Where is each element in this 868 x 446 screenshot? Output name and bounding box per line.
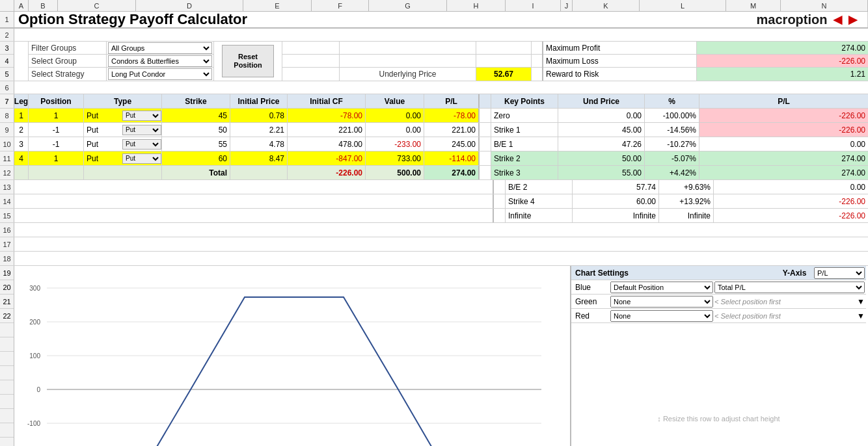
row-num-21: 21	[0, 295, 14, 309]
max-profit-value: 274.00	[697, 42, 868, 55]
green-row: Green None < Select position first ▼	[571, 295, 866, 309]
reset-position-button[interactable]: ResetPosition	[222, 45, 274, 77]
chart-settings-header: Chart Settings Y-Axis P/L	[571, 266, 866, 280]
red-row: Red None < Select position first ▼	[571, 309, 866, 323]
select-group-select-container[interactable]: Condors & Butterflies	[107, 55, 213, 68]
row-num-17: 17	[0, 237, 14, 251]
kp-infinite-pct: Infinite	[659, 209, 714, 222]
filter-groups-select[interactable]: All Groups	[108, 42, 212, 54]
row-num-3: 3	[0, 42, 14, 55]
chart-settings-title: Chart Settings	[571, 269, 775, 278]
row-17: 17	[0, 237, 868, 252]
red-option-container[interactable]: None	[610, 310, 714, 322]
filter-groups-label: Filter Groups	[29, 42, 106, 55]
leg-2-value: 0.00	[366, 123, 424, 137]
select-strategy-select-container[interactable]: Long Put Condor	[107, 68, 213, 81]
filter-groups-select-container[interactable]: All Groups	[107, 42, 213, 55]
row-num-22: 22	[0, 309, 14, 323]
resize-hint-container: ↕ Resize this row to adjust chart height	[571, 323, 866, 446]
spreadsheet: A B C D E F G H I J K L M N 1 Option Str…	[0, 0, 868, 446]
col-c: C	[58, 0, 136, 11]
leg-4-strike: 60	[162, 151, 230, 165]
reset-btn-container[interactable]: ResetPosition	[214, 42, 282, 81]
row-15: 15 Infinite Infinite Infinite -226.00	[0, 209, 868, 223]
max-profit-label: Maximum Profit	[543, 42, 696, 55]
blue-option-container[interactable]: Default Position	[610, 282, 714, 293]
kp-strike1-label: Strike 1	[491, 123, 558, 137]
leg-2-init-cf: 221.00	[288, 123, 366, 137]
col-l: L	[640, 0, 726, 11]
select-group-select[interactable]: Condors & Butterflies	[108, 55, 212, 67]
select-strategy-label: Select Strategy	[29, 68, 106, 81]
kp-zero-pct: -100.00%	[645, 109, 699, 122]
kp-strike2-pl: 274.00	[699, 151, 868, 165]
leg-row-4: 11 4 1 Put Put 60 8.47 -847.00 733.00 -1…	[0, 151, 868, 166]
blue-select[interactable]: Default Position	[610, 282, 713, 293]
row-16: 16	[0, 223, 868, 237]
leg-2-type-select[interactable]: Put	[122, 125, 161, 135]
leg-1-pl: -78.00	[424, 109, 480, 122]
row-num-15: 15	[0, 209, 14, 222]
pl-header: P/L	[424, 94, 480, 108]
pl-kp-header: P/L	[699, 94, 868, 108]
y-axis-select-container[interactable]: P/L	[814, 267, 866, 279]
kp-strike2-price: 50.00	[558, 151, 645, 165]
leg-4-value: 733.00	[366, 151, 424, 165]
col-h: H	[447, 0, 506, 11]
value-header: Value	[366, 94, 424, 108]
leg-3-strike: 55	[162, 137, 230, 151]
row-13: 13 B/E 2 57.74 +9.63% 0.00	[0, 180, 868, 194]
leg-3-type-select[interactable]: Put	[122, 139, 161, 150]
strike-header: Strike	[162, 94, 230, 108]
row-num-10: 10	[0, 137, 14, 151]
leg-4-num: 4	[14, 151, 29, 165]
leg-1-strike: 45	[162, 109, 230, 122]
leg-1-pos: 1	[29, 109, 84, 122]
blue-right-container[interactable]: Total P/L	[714, 282, 866, 293]
red-select[interactable]: None	[610, 310, 713, 322]
col-d: D	[136, 0, 243, 11]
payoff-line	[47, 297, 541, 446]
chart-settings-panel: Chart Settings Y-Axis P/L Blue Default P…	[571, 266, 866, 446]
blue-right-select[interactable]: Total P/L	[714, 282, 865, 293]
leg-1-init-price: 0.78	[230, 109, 288, 122]
leg-1-type-select[interactable]: Put	[122, 111, 161, 121]
kp-strike3-label: Strike 3	[491, 166, 558, 179]
leg-4-init-price: 8.47	[230, 151, 288, 165]
row-num-4: 4	[0, 55, 14, 68]
kp-strike3-pl: 274.00	[699, 166, 868, 179]
leg-4-type-select[interactable]: Put	[122, 153, 161, 164]
svg-text:200: 200	[29, 319, 40, 326]
app-title: Option Strategy Payoff Calculator	[18, 11, 247, 28]
leg-2-pl: 221.00	[424, 123, 480, 137]
kp-infinite-pl: -226.00	[714, 209, 868, 222]
row-num-22j	[0, 438, 14, 446]
row-num-13: 13	[0, 180, 14, 194]
row-num-22d	[0, 352, 14, 366]
leg-3-num: 3	[14, 137, 29, 151]
green-dropdown-arrow[interactable]: ▼	[857, 297, 865, 306]
row-num-22i	[0, 423, 14, 438]
row-num-20: 20	[0, 280, 14, 295]
y-axis-select[interactable]: P/L	[814, 267, 865, 279]
leg-header: Leg	[14, 94, 29, 108]
col-k: K	[573, 0, 640, 11]
table-header-row: 7 Leg Position Type Strike Initial Price…	[0, 94, 868, 109]
underlying-price-value: 52.67	[476, 68, 531, 81]
col-j: J	[561, 0, 573, 11]
leg-row-1: 8 1 1 Put Put 45 0.78 -78.00 0.00 -78.00…	[0, 109, 868, 123]
red-label: Red	[571, 311, 610, 321]
kp-zero-pl: -226.00	[699, 109, 868, 122]
kp-be1-pl: 0.00	[699, 137, 868, 151]
logo-arrow-icon: ◄►	[830, 10, 861, 29]
kp-be2-price: 57.74	[573, 180, 659, 194]
green-select[interactable]: None	[610, 296, 713, 308]
green-option-container[interactable]: None	[610, 296, 714, 308]
leg-row-2: 9 2 -1 Put Put 50 2.21 221.00 0.00 221.0…	[0, 123, 868, 137]
select-strategy-select[interactable]: Long Put Condor	[108, 68, 212, 80]
leg-4-init-cf: -847.00	[288, 151, 366, 165]
red-dropdown-arrow[interactable]: ▼	[857, 311, 865, 321]
kp-zero-price: 0.00	[558, 109, 645, 122]
leg-3-type: Put Put	[84, 137, 162, 151]
reward-risk-label: Reward to Risk	[543, 68, 696, 81]
